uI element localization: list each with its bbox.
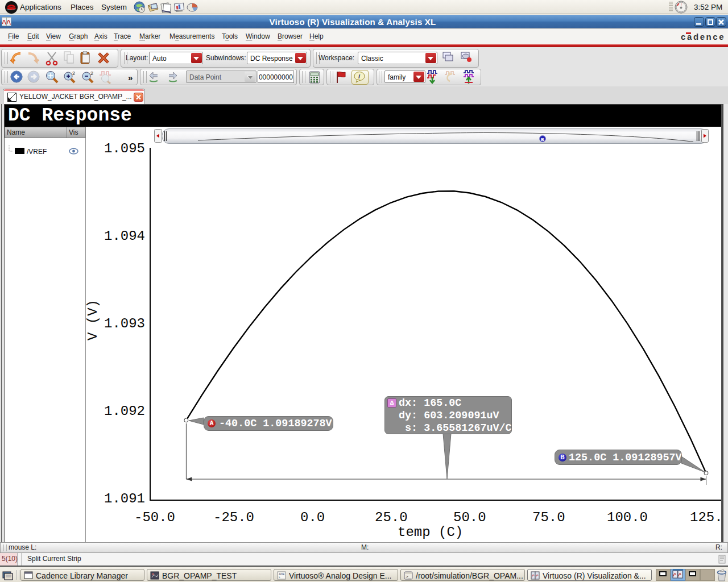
svg-text:L: L: [279, 575, 280, 579]
svg-text:B: B: [541, 137, 544, 142]
svg-text:>_: >_: [406, 574, 411, 579]
svg-text:2: 2: [90, 70, 93, 76]
svg-text:2: 2: [72, 70, 75, 76]
